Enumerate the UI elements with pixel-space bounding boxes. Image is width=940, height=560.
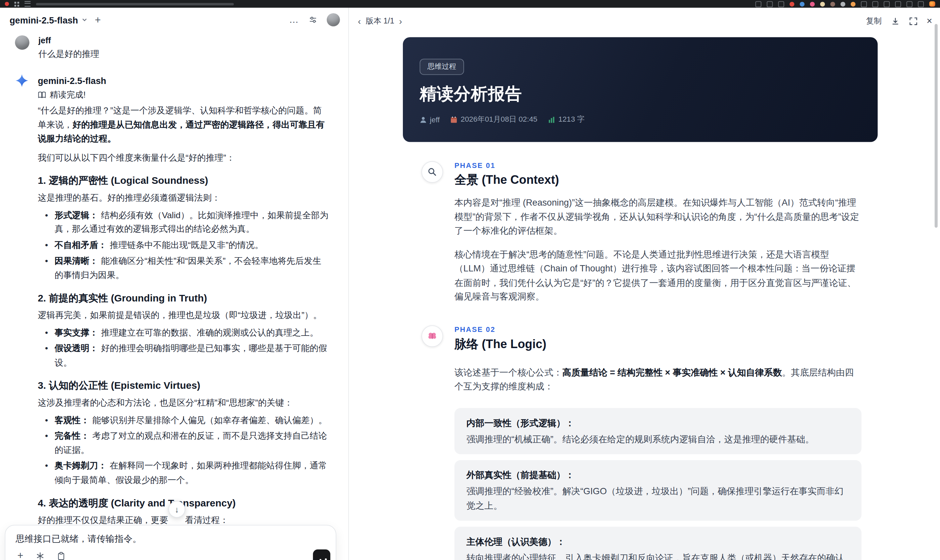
section-heading: 2. 前提的真实性 (Grounding in Truth): [38, 291, 329, 305]
extension-icon[interactable]: [800, 2, 805, 7]
tab-overview-icon[interactable]: [755, 1, 761, 7]
grid-icon[interactable]: [15, 2, 20, 7]
calendar-icon: [450, 116, 458, 123]
download-icon[interactable]: [891, 17, 900, 25]
formula-paragraph: 该论述基于一个核心公式：高质量结论 = 结构完整性 × 事实准确性 × 认知自律…: [455, 365, 861, 393]
downloads-icon[interactable]: [895, 1, 901, 7]
formula-bold: 高质量结论 = 结构完整性 × 事实准确性 × 认知自律系数: [562, 367, 782, 377]
list-item: 假设透明：好的推理会明确指明哪些是已知事实，哪些是基于可能的假设。: [38, 342, 329, 369]
section-heading: 1. 逻辑的严密性 (Logical Soundness): [38, 173, 329, 188]
user-message: jeff 什么是好的推理: [15, 35, 330, 60]
composer-input[interactable]: 思维接口已就绪，请传输指令。: [5, 526, 336, 545]
artifact-actions: 复制 ×: [866, 15, 932, 26]
next-version-button[interactable]: ›: [399, 17, 402, 25]
dimension-card: 外部真实性（前提基础）： 强调推理的“经验校准”。解决“GIGO（垃圾进，垃圾出…: [455, 460, 861, 521]
user-message-avatar: [15, 35, 29, 50]
list-item: 奥卡姆剃刀：在解释同一个现象时，如果两种推理都能站得住脚，通常倾向于最简单、假设…: [38, 459, 329, 487]
extension-icon[interactable]: [830, 2, 835, 7]
composer-toolbar: +: [17, 551, 65, 560]
report-date: 2026年01月08日 02:45: [450, 114, 538, 125]
dimension-card: 内部一致性（形式逻辑）： 强调推理的“机械正确”。结论必须在给定的规则系统内逻辑…: [455, 408, 861, 454]
report-body: PHASE 01 全景 (The Context) 本内容是对“推理 (Reas…: [403, 142, 878, 560]
app-window: gemini-2.5-flash + …: [0, 8, 940, 560]
clipboard-icon[interactable]: [57, 551, 65, 560]
attach-button[interactable]: +: [17, 551, 23, 560]
bullet-label: 事实支撑：: [55, 328, 98, 337]
previous-version-button[interactable]: ‹: [358, 17, 361, 25]
list-item: 不自相矛盾：推理链条中不能出现“既是又非”的情况。: [38, 238, 329, 252]
arrow-down-icon: ↓: [175, 505, 179, 514]
extension-icon[interactable]: [840, 2, 845, 7]
bullet-label: 不自相矛盾：: [55, 240, 107, 249]
model-name: gemini-2.5-flash: [9, 15, 78, 25]
section-desc: 这是推理的基石。好的推理必须遵循逻辑法则：: [38, 191, 329, 205]
list-item: 客观性：能够识别并尽量排除个人偏见（如幸存者偏差、确认偏差）。: [38, 413, 329, 428]
section-desc-post: 看清过程：: [185, 515, 228, 525]
phase-section-2: PHASE 02 脉络 (The Logic) 该论述基于一个核心公式：高质量结…: [403, 325, 878, 560]
gemini-star-icon: [15, 74, 29, 88]
tools-icon[interactable]: [36, 551, 44, 560]
card-text: 强调推理的“机械正确”。结论必须在给定的规则系统内逻辑自洽，这是推理的硬件基础。: [466, 432, 849, 446]
traffic-light-icon[interactable]: [5, 2, 9, 6]
puzzle-icon[interactable]: [861, 1, 867, 7]
report-title: 精读分析报告: [420, 83, 878, 105]
version-label: 版本 1/1: [366, 15, 394, 26]
new-chat-button[interactable]: +: [95, 15, 101, 25]
report-author: jeff: [420, 115, 440, 124]
extension-icon[interactable]: [789, 2, 794, 7]
list-item: 形式逻辑：结构必须有效（Valid）。比如演绎推理中，如果前提全部为真，那么通过…: [38, 208, 329, 236]
search-icon[interactable]: [778, 1, 784, 7]
user-avatar[interactable]: [327, 13, 340, 26]
bar-chart-icon: [548, 116, 555, 123]
browser-profile-avatar-icon[interactable]: [929, 2, 935, 7]
menu-icon[interactable]: [25, 2, 31, 7]
browser-chrome: [0, 0, 940, 8]
report-word-count: 1213 字: [548, 114, 584, 125]
phase-title: 全景 (The Context): [455, 172, 878, 187]
artifact-document: 思维过程 精读分析报告 jeff: [403, 37, 878, 560]
phase-paragraph: 核心情境在于解决“思考的随意性”问题。不论是人类通过批判性思维进行决策，还是大语…: [455, 247, 861, 303]
sliders-icon[interactable]: [308, 15, 317, 24]
magnifier-icon: [427, 167, 437, 177]
chat-panel: gemini-2.5-flash + …: [0, 8, 348, 560]
window-icon[interactable]: [907, 1, 912, 7]
profile-icon[interactable]: [918, 1, 924, 7]
card-title: 主体伦理（认识美德）：: [466, 535, 849, 548]
report-word-count-text: 1213 字: [558, 114, 584, 125]
close-icon[interactable]: ×: [927, 16, 932, 26]
bullet-text: 推理建立在可靠的数据、准确的观测或公认的真理之上。: [101, 328, 318, 337]
report-date-text: 2026年01月08日 02:45: [461, 114, 538, 125]
settings-icon[interactable]: [872, 1, 878, 7]
chevron-down-icon: [82, 17, 88, 23]
section-desc: 这涉及推理者的心态和方法论，也是区分“杠精”和“思想家”的关键：: [38, 396, 329, 410]
artifact-panel: ‹ 版本 1/1 › 复制 ×: [349, 8, 940, 560]
list-item: 事实支撑：推理建立在可靠的数据、准确的观测或公认的真理之上。: [38, 326, 329, 340]
model-selector[interactable]: gemini-2.5-flash: [9, 15, 88, 25]
bullet-label: 奥卡姆剃刀：: [55, 461, 107, 471]
scrollbar[interactable]: [935, 24, 938, 228]
voice-input-button[interactable]: [313, 549, 330, 560]
list-item: 完备性：考虑了对立的观点和潜在的反证，而不是只选择支持自己结论的证据。: [38, 429, 329, 457]
message-composer[interactable]: 思维接口已就绪，请传输指令。 +: [5, 525, 336, 560]
more-options-button[interactable]: …: [289, 15, 299, 25]
extension-icon[interactable]: [851, 2, 856, 7]
assistant-message: gemini-2.5-flash 精读完成! “什么是好的推理？”这是一个涉及逻…: [15, 75, 330, 559]
share-icon[interactable]: [767, 1, 773, 7]
waveform-icon: [325, 558, 327, 560]
artifact-toolbar: ‹ 版本 1/1 › 复制 ×: [349, 8, 940, 34]
phase-title: 脉络 (The Logic): [455, 337, 878, 351]
fullscreen-icon[interactable]: [909, 17, 917, 25]
bullet-label: 假设透明：: [55, 343, 98, 353]
dimension-card: 主体伦理（认识美德）： 转向推理者的心理特征。引入奥卡姆剃刀和反向论证，旨在克服…: [455, 527, 861, 560]
split-view-icon[interactable]: [884, 1, 890, 7]
chat-header: gemini-2.5-flash + …: [0, 8, 348, 32]
card-text: 转向推理者的心理特征。引入奥卡姆剃刀和反向论证，旨在克服人类（或机器）天然存在的…: [466, 551, 849, 560]
copy-button[interactable]: 复制: [866, 15, 882, 26]
extension-icon[interactable]: [810, 2, 815, 7]
card-title: 外部真实性（前提基础）：: [466, 468, 849, 482]
extension-icon[interactable]: [820, 2, 825, 7]
phase-section-1: PHASE 01 全景 (The Context) 本内容是对“推理 (Reas…: [403, 162, 878, 303]
phase-kicker: PHASE 02: [455, 325, 878, 333]
scroll-to-bottom-button[interactable]: ↓: [168, 501, 185, 518]
card-title: 内部一致性（形式逻辑）：: [466, 416, 849, 429]
